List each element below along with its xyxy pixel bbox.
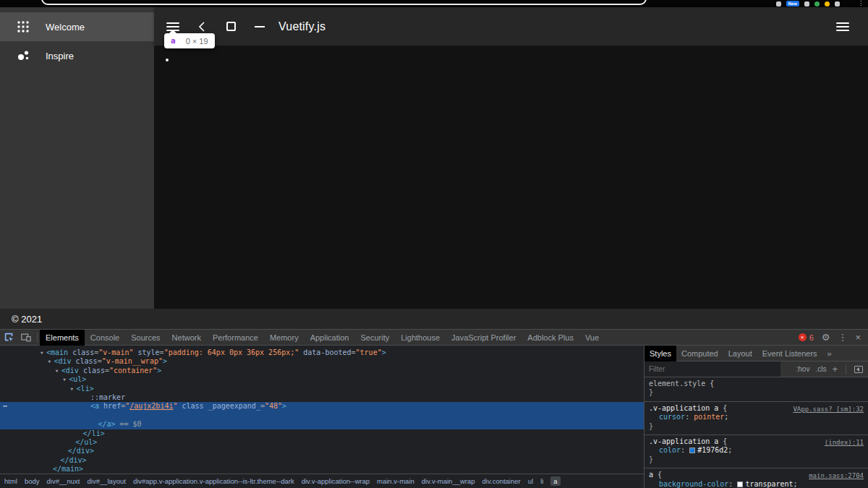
tree-node[interactable]: </li> — [0, 429, 644, 438]
browser-toolbar-icons: New ⋮ — [776, 1, 864, 7]
breadcrumb-item[interactable]: body — [25, 477, 40, 485]
breadcrumb-item[interactable]: div.v-main__wrap — [422, 477, 475, 485]
devtools-tab-adblock-plus[interactable]: Adblock Plus — [522, 330, 579, 346]
close-devtools-icon[interactable]: × — [855, 333, 861, 342]
browser-menu-icon[interactable]: ⋮ — [858, 1, 864, 7]
nav-item-inspire[interactable]: Inspire — [0, 41, 154, 70]
style-rule: .v-application a {(index):11color: #1976… — [644, 435, 868, 468]
devtools-tab-memory[interactable]: Memory — [264, 330, 305, 346]
stylesheet-link[interactable]: VApp.sass? [sm]:32 — [793, 405, 864, 414]
styles-tab-event-listeners[interactable]: Event Listeners — [757, 346, 822, 361]
tree-node[interactable]: ::marker — [0, 393, 644, 402]
color-swatch[interactable] — [737, 481, 743, 487]
rule-close: } — [649, 455, 864, 464]
rule-close: } — [649, 388, 864, 397]
rule-header[interactable]: element.style { — [649, 380, 864, 388]
expand-arrow-icon[interactable]: ▼ — [41, 348, 46, 357]
inspect-element-icon[interactable] — [0, 330, 17, 346]
breadcrumb-item[interactable]: html — [4, 477, 17, 485]
devtools-tab-lighthouse[interactable]: Lighthouse — [395, 330, 446, 346]
devtools-tab-security[interactable]: Security — [354, 330, 395, 346]
css-property-value: transparent — [745, 480, 793, 488]
device-toolbar-icon[interactable] — [17, 330, 35, 346]
style-rule: a {main.sass:2704background-color: trans… — [644, 468, 868, 488]
breadcrumb-item[interactable]: div#__layout — [88, 477, 126, 485]
extension-icon[interactable] — [804, 1, 809, 7]
devtools-tab-console[interactable]: Console — [85, 330, 125, 346]
devtools-tab-performance[interactable]: Performance — [207, 330, 264, 346]
styles-tab-computed[interactable]: Computed — [676, 346, 723, 361]
styles-tab-layout[interactable]: Layout — [723, 346, 757, 361]
pseudo-state-toggle[interactable]: :hov — [796, 365, 810, 373]
devtools-tab-vue[interactable]: Vue — [579, 330, 605, 346]
new-style-rule-button[interactable]: + — [832, 364, 838, 374]
breadcrumb-item[interactable]: a — [550, 476, 560, 486]
tree-node[interactable]: ▼<li> — [0, 385, 644, 393]
profile-avatar[interactable] — [825, 1, 830, 7]
devtools-tab-network[interactable]: Network — [166, 330, 207, 346]
devtools-tabbar: ElementsConsoleSourcesNetworkPerformance… — [0, 330, 868, 346]
settings-gear-icon[interactable]: ⚙ — [822, 333, 830, 342]
tree-node[interactable]: </div> — [0, 456, 644, 465]
error-count-badge[interactable]: × 6 — [799, 333, 814, 342]
tree-node[interactable] — [0, 411, 644, 420]
rule-header[interactable]: .v-application a {(index):11 — [649, 437, 864, 446]
tree-node[interactable]: ▼<main class="v-main" style="padding: 64… — [0, 348, 644, 357]
expand-arrow-icon[interactable]: ▼ — [71, 385, 77, 393]
expand-arrow-icon[interactable]: ▼ — [56, 367, 61, 375]
browser-chrome-strip: New ⋮ — [0, 0, 868, 7]
devtools-tab-sources[interactable]: Sources — [125, 330, 166, 346]
rule-selector: element.style — [649, 380, 705, 388]
tree-node[interactable]: ▼<div class="v-main__wrap"> — [0, 357, 644, 366]
devtools-tab-application[interactable]: Application — [305, 330, 355, 346]
more-tabs-icon[interactable]: » — [822, 346, 837, 361]
square-icon[interactable] — [226, 22, 236, 31]
toggle-sidebar-icon[interactable] — [854, 366, 863, 373]
devtools-tab-javascript-profiler[interactable]: JavaScript Profiler — [446, 330, 522, 346]
rule-header[interactable]: a {main.sass:2704 — [649, 471, 864, 479]
styles-tab-styles[interactable]: Styles — [644, 346, 676, 361]
app-bar: Vuetify.js — [154, 7, 868, 46]
nav-item-welcome[interactable]: Welcome — [0, 12, 154, 41]
omnibox[interactable] — [41, 0, 647, 5]
tree-node[interactable]: ▼<div class="container"> — [0, 367, 644, 375]
tree-node[interactable]: ⋯<a href="/aujx2bi4i" class _pageexpand_… — [0, 402, 644, 411]
breadcrumb-item[interactable]: div#app.v-application.v-application--is-… — [133, 477, 294, 485]
tree-node[interactable]: </div> — [0, 447, 644, 455]
tree-node[interactable]: </ul> — [0, 438, 644, 447]
styles-filter-input[interactable] — [644, 361, 780, 377]
breadcrumb-item[interactable]: div#__nuxt — [47, 477, 80, 485]
style-rule: element.style {} — [644, 377, 868, 402]
extension-icon[interactable] — [814, 1, 820, 7]
rule-header[interactable]: .v-application a {VApp.sass? [sm]:32 — [649, 404, 864, 413]
extensions-icon[interactable] — [776, 1, 781, 7]
style-declaration[interactable]: color: #1976d2; — [649, 446, 864, 455]
minus-icon[interactable] — [255, 26, 265, 27]
color-swatch[interactable] — [689, 448, 695, 453]
chevron-left-icon[interactable] — [197, 21, 206, 33]
style-declaration[interactable]: background-color: transparent; — [649, 480, 864, 488]
rule-close: } — [649, 422, 864, 431]
expand-arrow-icon[interactable]: ▼ — [63, 375, 69, 384]
divider — [846, 364, 846, 374]
inspected-tag: a — [171, 36, 176, 46]
divider — [37, 333, 38, 343]
breadcrumb-item[interactable]: li — [540, 477, 543, 485]
breadcrumb-item[interactable]: div.container — [482, 477, 521, 485]
stylesheet-link[interactable]: (index):11 — [825, 438, 864, 447]
extension-icon[interactable] — [835, 1, 840, 7]
tree-node[interactable]: </a> == $0 — [0, 420, 644, 429]
stylesheet-link[interactable]: main.sass:2704 — [809, 471, 864, 480]
tree-node[interactable]: ▼<ul> — [0, 375, 644, 384]
copyright-text: © 2021 — [12, 314, 42, 325]
breadcrumb-item[interactable]: div.v-application--wrap — [302, 477, 370, 485]
elements-panel: ▼<main class="v-main" style="padding: 64… — [0, 346, 644, 488]
breadcrumb-item[interactable]: ul — [528, 477, 533, 485]
style-declaration[interactable]: cursor: pointer; — [649, 413, 864, 421]
breadcrumb-item[interactable]: main.v-main — [377, 477, 414, 485]
app-menu-icon[interactable] — [836, 22, 849, 31]
class-toggle[interactable]: .cls — [815, 365, 826, 373]
tree-node[interactable]: </main> — [0, 465, 644, 474]
devtools-tab-elements[interactable]: Elements — [40, 330, 85, 346]
kebab-menu-icon[interactable]: ⋮ — [838, 333, 847, 342]
